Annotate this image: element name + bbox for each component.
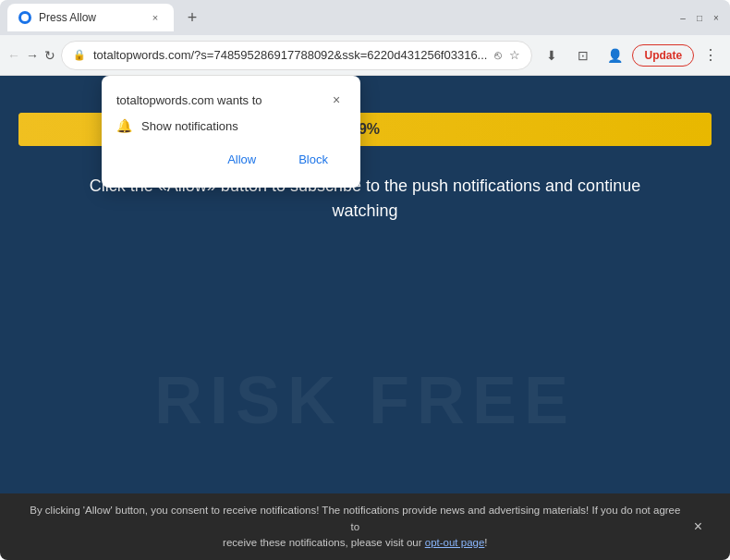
extensions-button[interactable]: ⊡ (569, 42, 597, 69)
back-button[interactable]: ← (7, 42, 20, 69)
back-icon: ← (7, 48, 20, 63)
bottom-bar-close-button[interactable]: × (694, 516, 702, 538)
popup-permission-row: 🔔 Show notifications (116, 118, 346, 133)
update-button[interactable]: Update (632, 44, 694, 67)
bookmark-icon: ☆ (509, 48, 520, 62)
popup-title: totaltopwords.com wants to (116, 93, 262, 107)
watermark-text: RISK FREE (0, 362, 730, 438)
profile-icon: 👤 (607, 48, 623, 63)
forward-icon: → (26, 48, 39, 63)
forward-button[interactable]: → (26, 42, 39, 69)
close-window-button[interactable]: × (710, 11, 723, 24)
extensions-icon: ⊡ (578, 48, 589, 63)
consent-text-part3: ! (484, 537, 487, 548)
address-text: totaltopwords.com/?s=748595286917788092&… (93, 48, 487, 62)
consent-text-part2: receive these notifications, please visi… (223, 537, 425, 548)
profile-button[interactable]: 👤 (601, 42, 628, 69)
title-bar: Press Allow × + – □ × (0, 0, 730, 35)
bottom-bar: By clicking 'Allow' button, you consent … (0, 493, 730, 560)
opt-out-link[interactable]: opt-out page (425, 537, 485, 548)
reload-button[interactable]: ↻ (44, 42, 55, 69)
allow-button[interactable]: Allow (210, 146, 274, 173)
download-button[interactable]: ⬇ (538, 42, 566, 69)
reload-icon: ↻ (44, 48, 55, 63)
share-icon: ⎋ (494, 48, 502, 62)
block-button[interactable]: Block (281, 146, 346, 173)
tab-area: Press Allow × + (7, 4, 669, 31)
permission-popup: totaltopwords.com wants to × 🔔 Show noti… (102, 76, 360, 188)
browser-menu-button[interactable]: ⋮ (698, 43, 724, 68)
page-content: totaltopwords.com wants to × 🔔 Show noti… (0, 76, 730, 493)
browser-window: Press Allow × + – □ × ← → ↻ 🔒 totaltopwo… (0, 0, 730, 560)
message-line2: watching (332, 201, 397, 220)
tab-title: Press Allow (39, 11, 140, 24)
new-tab-button[interactable]: + (179, 5, 205, 30)
permission-text: Show notifications (141, 119, 238, 133)
popup-actions: Allow Block (116, 146, 346, 173)
minimize-button[interactable]: – (676, 11, 689, 24)
consent-text-part1: By clicking 'Allow' button, you consent … (30, 505, 680, 531)
tab-favicon (18, 11, 31, 24)
active-tab[interactable]: Press Allow × (7, 4, 174, 31)
bell-icon: 🔔 (116, 118, 132, 133)
tab-close-button[interactable]: × (148, 10, 163, 25)
bottom-bar-text: By clicking 'Allow' button, you consent … (28, 503, 683, 551)
lock-icon: 🔒 (73, 49, 86, 61)
nav-actions: ⬇ ⊡ 👤 Update ⋮ (538, 42, 724, 69)
nav-bar: ← → ↻ 🔒 totaltopwords.com/?s=74859528691… (0, 35, 730, 76)
address-bar[interactable]: 🔒 totaltopwords.com/?s=74859528691778809… (61, 41, 532, 70)
popup-header: totaltopwords.com wants to × (116, 91, 346, 109)
download-icon: ⬇ (546, 48, 557, 63)
maximize-button[interactable]: □ (693, 11, 706, 24)
window-controls: – □ × (676, 11, 723, 24)
popup-close-button[interactable]: × (327, 91, 346, 109)
